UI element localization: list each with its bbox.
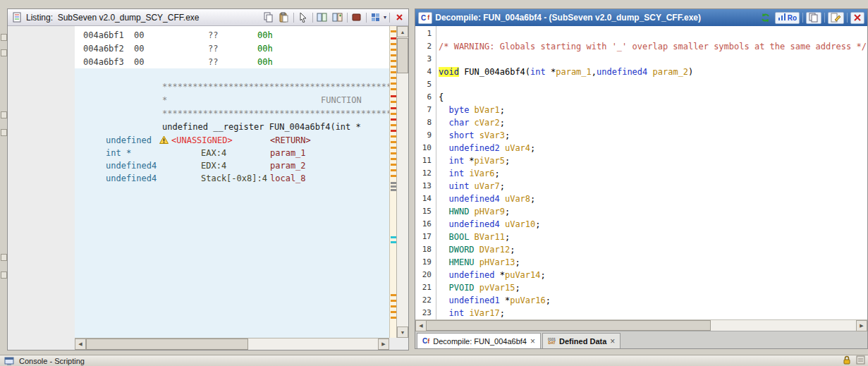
analysis-marker-orange[interactable] xyxy=(391,294,396,296)
analysis-marker-orange[interactable] xyxy=(391,147,396,149)
analysis-marker-orange[interactable] xyxy=(391,311,396,313)
variable-row[interactable]: undefined4 EDX:4 param_2 xyxy=(75,159,389,172)
field-format-icon[interactable] xyxy=(369,11,382,24)
docked-panel-icon[interactable] xyxy=(1,34,7,41)
scroll-right-icon[interactable]: ▶ xyxy=(378,338,389,350)
code-line[interactable]: undefined2 uVar4; xyxy=(439,142,867,154)
function-signature-row[interactable]: undefined __register FUN_004a6bf4(int * xyxy=(75,121,389,133)
ro-graph-tool[interactable]: Ro xyxy=(775,12,800,24)
analysis-marker-orange[interactable] xyxy=(391,175,396,177)
analysis-marker-orange[interactable] xyxy=(391,60,396,62)
code-line[interactable]: /* WARNING: Globals starting with '_' ov… xyxy=(439,40,867,53)
code-line[interactable]: DWORD DVar12; xyxy=(439,243,867,256)
code-line[interactable]: { xyxy=(439,91,867,104)
analysis-marker-gray[interactable] xyxy=(391,185,396,188)
code-line[interactable]: BOOL BVar11; xyxy=(439,231,867,243)
code-line[interactable]: char cVar2; xyxy=(439,116,867,129)
analysis-marker-orange[interactable] xyxy=(391,66,396,68)
analysis-marker-cyan[interactable] xyxy=(391,241,396,243)
plate-comment-row[interactable]: ****************************************… xyxy=(75,107,389,120)
panel-options-icon[interactable] xyxy=(856,355,865,366)
scroll-down-icon[interactable]: ▼ xyxy=(397,327,408,338)
analysis-marker-orange[interactable] xyxy=(391,141,396,143)
scroll-right-icon[interactable]: ▶ xyxy=(856,320,867,331)
listing-row[interactable]: 004a6bf2 00 ?? 00h xyxy=(75,42,389,55)
scroll-thumb[interactable] xyxy=(86,338,248,350)
tab-close-icon[interactable]: × xyxy=(610,337,615,346)
analysis-marker-orange[interactable] xyxy=(391,135,396,138)
docked-panel-icon[interactable] xyxy=(1,111,7,118)
docked-panel-icon[interactable] xyxy=(1,254,7,261)
analysis-marker-orange[interactable] xyxy=(391,305,396,307)
decompile-horizontal-scrollbar[interactable]: ◀ ▶ xyxy=(415,319,867,331)
analysis-marker-orange[interactable] xyxy=(391,83,396,85)
copy-icon[interactable] xyxy=(262,11,275,24)
code-line[interactable]: PVOID pvVar15; xyxy=(439,281,867,294)
scroll-left-icon[interactable]: ◀ xyxy=(75,338,86,350)
chevron-down-icon[interactable]: ▾ xyxy=(384,14,386,20)
analysis-marker-red[interactable] xyxy=(391,130,396,132)
code-line[interactable]: short sVar3; xyxy=(439,129,867,142)
marker-strip[interactable] xyxy=(389,26,396,338)
diff-view-icon[interactable] xyxy=(331,11,344,24)
decompile-titlebar[interactable]: Cf Decompile: FUN_004a6bf4 - (SubSeven v… xyxy=(415,9,867,26)
listing-vertical-scrollbar[interactable]: ▲ ▼ xyxy=(396,26,408,338)
analysis-marker-cyan[interactable] xyxy=(391,236,396,238)
analysis-marker-red[interactable] xyxy=(391,118,396,121)
analysis-marker-orange[interactable] xyxy=(391,158,396,160)
patch-icon[interactable] xyxy=(350,11,363,24)
analysis-marker-red[interactable] xyxy=(391,95,396,97)
analysis-marker-orange[interactable] xyxy=(391,54,396,56)
code-line[interactable]: undefined4 uVar8; xyxy=(439,193,867,205)
analysis-marker-orange[interactable] xyxy=(391,101,396,103)
listing-titlebar[interactable]: Listing: SubSeven v2.0_dump_SCY_CFF.exe xyxy=(8,9,408,26)
snapshot-icon[interactable] xyxy=(316,11,329,24)
copy-icon[interactable] xyxy=(806,12,821,24)
analysis-marker-orange[interactable] xyxy=(391,30,396,32)
code-line[interactable]: HWND pHVar9; xyxy=(439,205,867,218)
code-line[interactable]: int iVar6; xyxy=(439,167,867,180)
close-icon[interactable] xyxy=(393,11,405,24)
tab-decompile[interactable]: Cf Decompile: FUN_004a6bf4 × xyxy=(417,333,541,348)
code-line[interactable] xyxy=(439,53,867,66)
code-line[interactable]: byte bVar1; xyxy=(439,104,867,116)
code-lines[interactable]: /* WARNING: Globals starting with '_' ov… xyxy=(436,26,867,319)
listing-horizontal-scrollbar[interactable]: ◀ ▶ xyxy=(75,338,389,350)
scroll-thumb[interactable] xyxy=(397,38,408,73)
paste-icon[interactable] xyxy=(278,11,291,24)
docked-panel-icon[interactable] xyxy=(1,129,7,136)
code-line[interactable]: int iVar17; xyxy=(439,307,867,319)
analysis-marker-orange[interactable] xyxy=(391,43,396,45)
tab-close-icon[interactable]: × xyxy=(530,337,535,346)
docked-panel-icon[interactable] xyxy=(1,49,7,56)
scroll-left-icon[interactable]: ◀ xyxy=(415,320,427,331)
analysis-marker-orange[interactable] xyxy=(391,169,396,171)
code-line[interactable]: undefined *puVar14; xyxy=(439,269,867,281)
code-line[interactable]: int *piVar5; xyxy=(439,154,867,167)
analysis-marker-orange[interactable] xyxy=(391,49,396,51)
code-line[interactable]: HMENU pHVar13; xyxy=(439,256,867,269)
analysis-marker-gray[interactable] xyxy=(391,189,396,191)
code-line[interactable] xyxy=(439,28,867,40)
analysis-marker-orange[interactable] xyxy=(391,317,396,319)
code-line[interactable]: uint uVar7; xyxy=(439,180,867,193)
code-line[interactable]: void FUN_004a6bf4(int *param_1,undefined… xyxy=(439,66,867,78)
listing-view[interactable]: 004a6bf1 00 ?? 00h 004a6bf2 00 ?? 00h 00… xyxy=(75,26,389,338)
plate-comment-row[interactable]: ****************************************… xyxy=(75,80,389,93)
docked-panel-icon[interactable] xyxy=(1,272,7,279)
console-panel-bar[interactable]: Console - Scripting xyxy=(0,355,868,366)
variable-row[interactable]: undefined <UNASSIGNED> <RETURN> xyxy=(75,134,389,147)
scroll-thumb[interactable] xyxy=(426,320,711,331)
refresh-icon[interactable] xyxy=(759,11,772,24)
analysis-marker-gray[interactable] xyxy=(391,182,396,184)
analysis-marker-orange[interactable] xyxy=(391,300,396,302)
analysis-marker-red[interactable] xyxy=(391,107,396,109)
scroll-up-icon[interactable]: ▲ xyxy=(397,26,408,37)
analysis-marker-orange[interactable] xyxy=(391,71,396,73)
tab-defined-data[interactable]: 0101DAT Defined Data × xyxy=(542,333,621,348)
plate-comment-row[interactable]: * FUNCTION xyxy=(75,94,389,106)
listing-row[interactable]: 004a6bf3 00 ?? 00h xyxy=(75,56,389,68)
lock-icon[interactable] xyxy=(842,355,852,366)
analysis-marker-orange[interactable] xyxy=(391,152,396,154)
analysis-marker-orange[interactable] xyxy=(391,88,396,90)
